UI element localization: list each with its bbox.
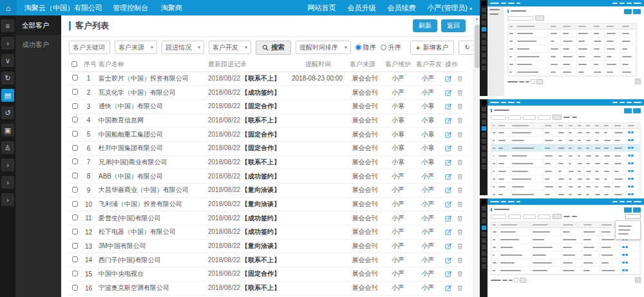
customer-name[interactable]: 中国教育信息网 — [96, 113, 205, 128]
edit-icon[interactable] — [445, 117, 452, 124]
delete-icon[interactable] — [457, 186, 464, 194]
navbar-link[interactable]: 网站首页 — [308, 3, 336, 13]
preview-thumbnail-1[interactable] — [480, 0, 644, 96]
row-checkbox[interactable] — [72, 187, 78, 193]
delete-icon[interactable] — [457, 242, 464, 250]
source-select[interactable]: 客户来源▾ — [115, 41, 157, 54]
customer-name[interactable]: 爱普生(中国)有限公司 — [96, 211, 205, 225]
add-customer-button[interactable]: + 新增客户 — [410, 41, 454, 55]
chevron-right-icon[interactable]: › — [1, 176, 14, 189]
customer-name[interactable]: 宁波奥克斯空调有限公司 — [96, 281, 205, 295]
edit-icon[interactable] — [445, 144, 452, 152]
refresh-button[interactable]: 刷新 — [413, 19, 437, 32]
customer-name[interactable]: 通快（中国）有限公司 — [96, 99, 205, 113]
navbar-link[interactable]: 会员续费 — [388, 3, 416, 13]
logout-icon[interactable]: ↺ — [1, 106, 14, 119]
delete-icon[interactable] — [457, 131, 464, 139]
refresh-circle-icon[interactable]: ↻ — [1, 72, 14, 84]
row-checkbox[interactable] — [72, 117, 78, 122]
row-checkbox[interactable] — [72, 215, 78, 220]
row-checkbox[interactable] — [72, 131, 78, 137]
scroll-up-icon[interactable]: ▲ — [474, 15, 480, 23]
menu-icon[interactable]: ≡ — [1, 19, 14, 32]
edit-icon[interactable] — [445, 75, 452, 82]
delete-icon[interactable] — [457, 144, 464, 152]
customer-list-icon[interactable]: ▤ — [1, 89, 14, 102]
more-actions-button[interactable]: ↻ 更多操作 ▾ — [459, 41, 473, 55]
preview-thumbnail-2[interactable] — [480, 99, 644, 195]
row-checkbox[interactable] — [72, 229, 78, 235]
delete-icon[interactable] — [457, 75, 464, 82]
row-checkbox[interactable] — [72, 243, 78, 249]
edit-icon[interactable] — [445, 173, 452, 180]
sidebar-item-success-customers[interactable]: 成功客户 — [15, 35, 61, 54]
sort-desc-radio[interactable]: 降序 — [355, 43, 376, 52]
delete-icon[interactable] — [457, 200, 464, 208]
customer-name[interactable]: 西门子(中国)有限公司 — [96, 253, 205, 267]
customer-name[interactable]: 飞利浦（中国）投资有限公司 — [96, 197, 205, 211]
search-button[interactable]: 搜索 — [256, 41, 291, 55]
home-icon[interactable]: ⌂ — [0, 0, 17, 15]
navbar-link[interactable]: 管理控制台 — [113, 3, 148, 13]
row-checkbox[interactable] — [72, 256, 78, 262]
row-checkbox[interactable] — [72, 271, 78, 276]
edit-icon[interactable] — [445, 186, 452, 194]
navbar-link[interactable]: 淘聚商 — [161, 3, 182, 13]
chevron-down-icon[interactable]: ∨ — [1, 54, 14, 67]
delete-icon[interactable] — [457, 158, 464, 166]
edit-icon[interactable] — [445, 242, 452, 250]
customer-name[interactable]: 杜邦中国集团有限公司 — [96, 141, 205, 155]
edit-icon[interactable] — [445, 270, 452, 278]
preview-thumbnail-3[interactable] — [480, 198, 644, 297]
edit-icon[interactable] — [445, 200, 452, 208]
navbar-link[interactable]: 会员升级 — [348, 3, 376, 13]
customer-name[interactable]: 中国中央电视台 — [96, 267, 205, 282]
thumbs-up-icon[interactable]: ♙ — [1, 141, 14, 154]
edit-icon[interactable] — [445, 215, 452, 222]
row-checkbox[interactable] — [72, 75, 78, 81]
edit-icon[interactable] — [445, 256, 452, 264]
delete-icon[interactable] — [457, 228, 464, 236]
customer-name[interactable]: 3M中国有限公司 — [96, 239, 205, 253]
delete-icon[interactable] — [457, 173, 464, 180]
row-checkbox[interactable] — [72, 89, 78, 95]
vertical-scrollbar[interactable]: ▲ — [473, 15, 480, 297]
customer-name[interactable]: 大昌华嘉商业（中国）有限公司 — [96, 184, 205, 198]
customer-name[interactable]: 瓦克化学（中国）有限公司 — [96, 86, 205, 100]
scrollbar-thumb[interactable] — [475, 24, 480, 68]
delete-icon[interactable] — [457, 256, 464, 264]
delete-icon[interactable] — [457, 270, 464, 278]
progress-select[interactable]: 跟进情况▾ — [162, 41, 204, 54]
edit-icon[interactable] — [445, 158, 452, 166]
edit-icon[interactable] — [445, 284, 452, 292]
delete-icon[interactable] — [457, 117, 464, 124]
row-checkbox[interactable] — [72, 285, 78, 291]
select-all-checkbox[interactable] — [71, 61, 77, 67]
row-checkbox[interactable] — [72, 173, 78, 178]
user-menu[interactable]: 小严(管理员) ▾ — [428, 3, 472, 13]
delete-icon[interactable] — [457, 284, 464, 292]
row-checkbox[interactable] — [72, 145, 78, 151]
trash-icon[interactable]: ▣ — [1, 124, 14, 137]
chevron-right-icon[interactable]: › — [1, 158, 14, 171]
edit-icon[interactable] — [445, 228, 452, 236]
customer-name[interactable]: ABB（中国）有限公司 — [96, 169, 205, 184]
developer-select[interactable]: 客户开发▾ — [209, 41, 251, 54]
delete-icon[interactable] — [457, 215, 464, 222]
customer-name[interactable]: 松下电器（中国）有限公司 — [96, 225, 205, 240]
sort-select[interactable]: 提醒时间排序▾ — [296, 41, 351, 54]
customer-name[interactable]: 兄弟(中国)商业有限公司 — [96, 155, 205, 169]
customer-name[interactable]: 富士胶片（中国）投资有限公司 — [96, 72, 205, 86]
chevron-right-icon[interactable]: › — [1, 193, 14, 206]
chevron-right-icon[interactable]: › — [1, 37, 14, 50]
edit-icon[interactable] — [445, 102, 452, 110]
customer-name[interactable]: 中国船舶重工集团公司 — [96, 128, 205, 142]
delete-icon[interactable] — [457, 102, 464, 110]
sort-asc-radio[interactable]: 升序 — [381, 43, 401, 52]
sidebar-item-all-customers[interactable]: 全部客户 — [15, 15, 61, 35]
row-checkbox[interactable] — [72, 201, 78, 207]
keyword-input[interactable] — [69, 41, 110, 54]
edit-icon[interactable] — [445, 131, 452, 139]
delete-icon[interactable] — [457, 89, 464, 97]
edit-icon[interactable] — [445, 89, 452, 97]
